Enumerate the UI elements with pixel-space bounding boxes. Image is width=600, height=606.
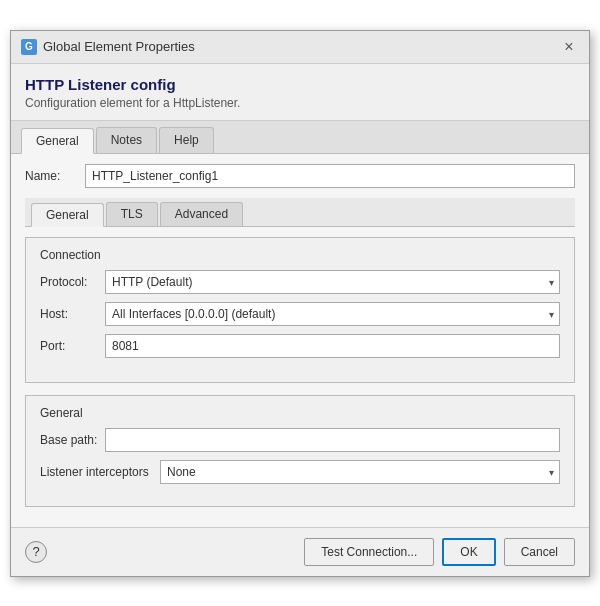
protocol-select-wrapper: HTTP (Default) ▾ (105, 270, 560, 294)
port-input[interactable] (105, 334, 560, 358)
general-group-title: General (40, 406, 560, 420)
footer-left: ? (25, 541, 47, 563)
inner-tabs: General TLS Advanced (25, 198, 575, 227)
name-label: Name: (25, 169, 85, 183)
connection-group-title: Connection (40, 248, 560, 262)
name-input[interactable] (85, 164, 575, 188)
test-connection-button[interactable]: Test Connection... (304, 538, 434, 566)
cancel-button[interactable]: Cancel (504, 538, 575, 566)
host-select-wrapper: All Interfaces [0.0.0.0] (default) ▾ (105, 302, 560, 326)
dialog-title: HTTP Listener config (25, 76, 575, 93)
inner-tab-advanced[interactable]: Advanced (160, 202, 243, 226)
dialog: G Global Element Properties × HTTP Liste… (10, 30, 590, 577)
protocol-row: Protocol: HTTP (Default) ▾ (40, 270, 560, 294)
close-button[interactable]: × (559, 37, 579, 57)
connection-group: Connection Protocol: HTTP (Default) ▾ Ho… (25, 237, 575, 383)
port-row: Port: (40, 334, 560, 358)
tab-general[interactable]: General (21, 128, 94, 154)
host-label: Host: (40, 307, 105, 321)
interceptors-select[interactable]: None (160, 460, 560, 484)
dialog-icon: G (21, 39, 37, 55)
interceptors-label: Listener interceptors (40, 465, 160, 479)
dialog-header: HTTP Listener config Configuration eleme… (11, 64, 589, 120)
main-tabs: General Notes Help (11, 121, 589, 154)
basepath-label: Base path: (40, 433, 105, 447)
interceptors-row: Listener interceptors None ▾ (40, 460, 560, 484)
host-select[interactable]: All Interfaces [0.0.0.0] (default) (105, 302, 560, 326)
basepath-row: Base path: (40, 428, 560, 452)
inner-tab-general[interactable]: General (31, 203, 104, 227)
dialog-subtitle: Configuration element for a HttpListener… (25, 96, 575, 110)
port-label: Port: (40, 339, 105, 353)
protocol-label: Protocol: (40, 275, 105, 289)
general-group: General Base path: Listener interceptors… (25, 395, 575, 507)
basepath-input[interactable] (105, 428, 560, 452)
protocol-select[interactable]: HTTP (Default) (105, 270, 560, 294)
name-row: Name: (25, 164, 575, 188)
content-area: Name: General TLS Advanced Connection Pr… (11, 154, 589, 527)
title-bar-text: Global Element Properties (43, 39, 195, 54)
tab-notes[interactable]: Notes (96, 127, 157, 153)
ok-button[interactable]: OK (442, 538, 495, 566)
footer-right: Test Connection... OK Cancel (304, 538, 575, 566)
title-bar: G Global Element Properties × (11, 31, 589, 64)
footer: ? Test Connection... OK Cancel (11, 527, 589, 576)
title-bar-left: G Global Element Properties (21, 39, 195, 55)
inner-tab-tls[interactable]: TLS (106, 202, 158, 226)
tab-help[interactable]: Help (159, 127, 214, 153)
host-row: Host: All Interfaces [0.0.0.0] (default)… (40, 302, 560, 326)
interceptors-select-wrapper: None ▾ (160, 460, 560, 484)
help-button[interactable]: ? (25, 541, 47, 563)
